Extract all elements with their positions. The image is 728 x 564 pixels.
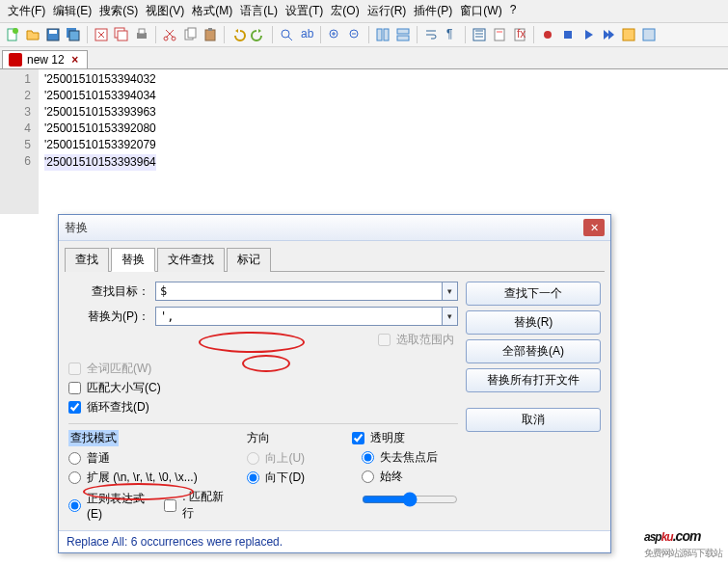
dialog-close-icon[interactable]: ✕ xyxy=(583,219,605,236)
cut-icon[interactable] xyxy=(161,26,178,43)
svg-rect-27 xyxy=(495,29,504,40)
in-selection-label: 选取范围内 xyxy=(396,332,454,348)
sync-v-icon[interactable] xyxy=(374,26,391,43)
match-newline-checkbox[interactable] xyxy=(164,499,176,512)
edit-macro-icon[interactable] xyxy=(640,26,658,43)
close-all-icon[interactable] xyxy=(113,26,130,43)
menu-window[interactable]: 窗口(W) xyxy=(460,3,501,19)
dialog-status: Replace All: 6 occurrences were replaced… xyxy=(59,530,610,552)
menu-edit[interactable]: 编辑(E) xyxy=(53,3,92,19)
trans-always-radio[interactable] xyxy=(362,470,374,483)
dir-up-radio xyxy=(247,452,259,465)
wrap-icon[interactable] xyxy=(422,26,440,43)
mode-normal-label: 普通 xyxy=(87,450,110,467)
replace-dropdown-icon[interactable] xyxy=(443,307,458,326)
svg-rect-3 xyxy=(49,30,57,34)
tab-findinfiles[interactable]: 文件查找 xyxy=(157,248,225,272)
dir-down-radio[interactable] xyxy=(247,471,259,484)
find-input[interactable] xyxy=(155,282,443,301)
transparency-checkbox[interactable] xyxy=(352,432,364,444)
save-all-icon[interactable] xyxy=(65,26,82,43)
replace-icon[interactable]: ab xyxy=(298,26,315,43)
play-icon[interactable] xyxy=(580,26,597,43)
trans-always-label: 始终 xyxy=(380,469,403,485)
file-tab-label: new 12 xyxy=(27,53,65,67)
save-icon[interactable] xyxy=(44,26,62,43)
svg-rect-24 xyxy=(397,36,409,40)
menu-plugins[interactable]: 插件(P) xyxy=(414,3,452,19)
tab-mark[interactable]: 标记 xyxy=(227,248,271,272)
replace-all-open-button[interactable]: 替换所有打开文件 xyxy=(466,368,601,392)
tab-replace[interactable]: 替换 xyxy=(111,248,155,272)
close-icon[interactable] xyxy=(93,26,110,43)
menu-help[interactable]: ? xyxy=(510,3,517,19)
menu-format[interactable]: 格式(M) xyxy=(192,3,232,19)
code-line: '25001510153393964 xyxy=(44,154,156,171)
trans-onlose-radio[interactable] xyxy=(362,451,374,464)
in-selection-checkbox xyxy=(378,334,391,346)
search-mode-title: 查找模式 xyxy=(68,430,119,446)
redo-icon[interactable] xyxy=(250,26,267,43)
zoom-in-icon[interactable] xyxy=(326,26,343,43)
mode-normal-radio[interactable] xyxy=(68,452,81,465)
open-file-icon[interactable] xyxy=(24,26,41,43)
mode-regex-label: 正则表达式(E) xyxy=(87,491,150,521)
line-gutter: 123456 xyxy=(0,69,39,214)
sync-h-icon[interactable] xyxy=(394,26,412,43)
menu-search[interactable]: 搜索(S) xyxy=(99,3,138,19)
find-icon[interactable] xyxy=(278,26,295,43)
doc-map-icon[interactable] xyxy=(491,26,508,43)
code-area[interactable]: '25001510153394032 '25001510153394034 '2… xyxy=(39,69,156,214)
replace-label: 替换为(P)： xyxy=(68,309,155,325)
copy-icon[interactable] xyxy=(181,26,199,43)
dialog-tabs: 查找 替换 文件查找 标记 xyxy=(65,247,605,272)
menu-macro[interactable]: 宏(O) xyxy=(331,3,359,19)
func-list-icon[interactable]: fx xyxy=(511,26,528,43)
dir-down-label: 向下(D) xyxy=(265,470,305,486)
replace-input[interactable] xyxy=(155,307,443,326)
mode-regex-radio[interactable] xyxy=(68,499,81,512)
record-icon[interactable] xyxy=(539,26,556,43)
transparency-slider[interactable] xyxy=(362,492,458,507)
wrap-checkbox[interactable] xyxy=(68,401,81,414)
save-macro-icon[interactable] xyxy=(620,26,637,43)
code-line: '25001510153392080 xyxy=(44,121,156,137)
editor[interactable]: 123456 '25001510153394032 '2500151015339… xyxy=(0,69,728,214)
file-tab-bar: new 12 × xyxy=(0,47,728,69)
tab-find[interactable]: 查找 xyxy=(65,248,109,272)
mode-extended-radio[interactable] xyxy=(68,471,81,484)
replace-all-button[interactable]: 全部替换(A) xyxy=(466,339,601,363)
menu-settings[interactable]: 设置(T) xyxy=(285,3,323,19)
file-icon xyxy=(9,53,22,67)
stop-icon[interactable] xyxy=(559,26,577,43)
code-line: '25001510153393963 xyxy=(44,104,156,121)
new-file-icon[interactable] xyxy=(4,26,21,43)
show-all-icon[interactable]: ¶ xyxy=(443,26,460,43)
print-icon[interactable] xyxy=(133,26,150,43)
match-case-label: 匹配大小写(C) xyxy=(87,380,161,396)
dialog-titlebar[interactable]: 替换 ✕ xyxy=(59,215,610,241)
play-multi-icon[interactable] xyxy=(600,26,617,43)
indent-guide-icon[interactable] xyxy=(471,26,488,43)
menu-language[interactable]: 语言(L) xyxy=(240,3,278,19)
zoom-out-icon[interactable] xyxy=(346,26,364,43)
close-tab-icon[interactable]: × xyxy=(69,54,81,66)
svg-rect-8 xyxy=(118,31,127,40)
menu-file[interactable]: 文件(F) xyxy=(8,3,45,19)
find-next-button[interactable]: 查找下一个 xyxy=(466,282,601,306)
match-case-checkbox[interactable] xyxy=(68,382,81,394)
dialog-title: 替换 xyxy=(65,220,88,236)
svg-rect-15 xyxy=(205,30,215,40)
whole-word-label: 全词匹配(W) xyxy=(87,361,151,377)
cancel-button[interactable]: 取消 xyxy=(466,408,601,432)
mode-extended-label: 扩展 (\n, \r, \t, \0, \x...) xyxy=(87,470,198,486)
svg-point-17 xyxy=(282,30,289,38)
paste-icon[interactable] xyxy=(202,26,219,43)
undo-icon[interactable] xyxy=(229,26,247,43)
menu-view[interactable]: 视图(V) xyxy=(146,3,184,19)
menu-run[interactable]: 运行(R) xyxy=(367,3,407,19)
replace-button[interactable]: 替换(R) xyxy=(466,310,601,335)
svg-point-31 xyxy=(544,31,552,39)
find-dropdown-icon[interactable] xyxy=(443,282,458,301)
file-tab[interactable]: new 12 × xyxy=(2,50,88,68)
